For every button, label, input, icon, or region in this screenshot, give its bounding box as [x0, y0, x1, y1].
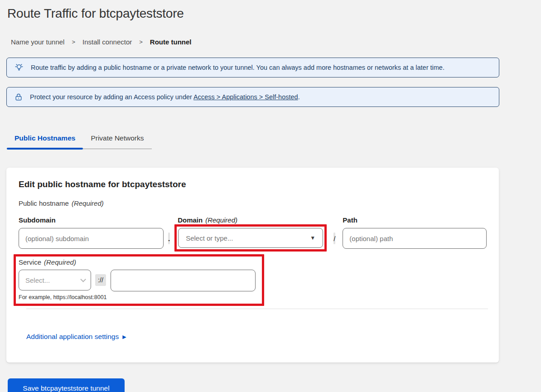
service-url-input[interactable]	[111, 270, 256, 291]
service-controls: Select... ://	[19, 270, 256, 291]
domain-select[interactable]: Select or type... ▼	[178, 228, 323, 248]
scheme-separator: ://	[95, 274, 106, 286]
hostname-tabs: Public Hostnames Private Networks	[7, 129, 152, 149]
public-hostname-label-text: Public hostname	[19, 199, 69, 207]
path-input[interactable]	[343, 228, 487, 249]
service-label-text: Service	[19, 258, 41, 266]
breadcrumb-name-your-tunnel[interactable]: Name your tunnel	[11, 38, 64, 46]
breadcrumb: Name your tunnel > Install connector > R…	[11, 38, 535, 46]
route-traffic-info-banner: Route traffic by adding a public hostnam…	[6, 58, 499, 77]
access-policy-banner: Protect your resource by adding an Acces…	[6, 87, 499, 107]
slash-separator: /	[333, 232, 335, 244]
hostname-row: Subdomain . Domain(Required) Select or t…	[19, 216, 487, 252]
route-traffic-page: Route Traffic for btcpayteststore Name y…	[0, 0, 541, 392]
path-label: Path	[343, 216, 487, 224]
info-banner-text: Route traffic by adding a public hostnam…	[31, 64, 444, 71]
subdomain-input[interactable]	[19, 228, 164, 249]
domain-label: Domain(Required)	[174, 216, 327, 224]
additional-application-settings-link[interactable]: Additional application settings ▶	[26, 333, 126, 341]
additional-settings-label: Additional application settings	[26, 333, 119, 341]
tab-public-hostnames[interactable]: Public Hostnames	[7, 129, 83, 149]
service-type-select-value: Select...	[25, 276, 50, 284]
service-highlight-box: Service(Required) Select... :// For exam…	[14, 254, 264, 306]
subdomain-column: Subdomain	[19, 216, 164, 249]
breadcrumb-separator: >	[139, 39, 143, 45]
service-helper-text: For example, https://localhost:8001	[19, 294, 256, 300]
domain-required-label: (Required)	[205, 216, 237, 224]
service-label: Service(Required)	[19, 258, 256, 266]
edit-public-hostname-card: Edit public hostname for btcpayteststore…	[6, 168, 499, 363]
domain-highlight-box: Select or type... ▼	[174, 224, 327, 252]
page-title: Route Traffic for btcpayteststore	[7, 6, 535, 21]
dot-separator: .	[168, 232, 170, 244]
card-divider	[26, 309, 488, 309]
lock-icon	[14, 92, 23, 102]
breadcrumb-separator: >	[72, 39, 75, 45]
arrow-right-icon: ▶	[122, 334, 126, 340]
path-column: Path	[343, 216, 487, 249]
public-hostname-label: Public hostname(Required)	[19, 199, 487, 207]
save-tunnel-button[interactable]: Save btcpayteststore tunnel	[8, 378, 125, 392]
access-policy-text-suffix: .	[298, 93, 300, 101]
domain-label-text: Domain	[178, 216, 203, 224]
breadcrumb-install-connector[interactable]: Install connector	[82, 38, 132, 46]
access-policy-banner-text: Protect your resource by adding an Acces…	[30, 93, 300, 101]
service-type-select[interactable]: Select...	[19, 270, 91, 290]
card-heading: Edit public hostname for btcpayteststore	[19, 179, 487, 189]
domain-select-value: Select or type...	[186, 234, 233, 242]
service-required-label: (Required)	[44, 258, 76, 266]
access-policy-text-prefix: Protect your resource by adding an Acces…	[30, 93, 193, 101]
breadcrumb-route-tunnel: Route tunnel	[150, 38, 192, 46]
public-hostname-required-label: (Required)	[72, 199, 104, 207]
chevron-down-icon	[80, 276, 86, 282]
domain-column: Domain(Required) Select or type... ▼	[174, 216, 327, 252]
subdomain-label: Subdomain	[19, 216, 164, 224]
access-applications-link[interactable]: Access > Applications > Self-hosted	[193, 93, 298, 101]
tab-private-networks[interactable]: Private Networks	[83, 129, 151, 149]
caret-down-icon: ▼	[310, 235, 315, 241]
lightbulb-icon	[14, 63, 24, 73]
